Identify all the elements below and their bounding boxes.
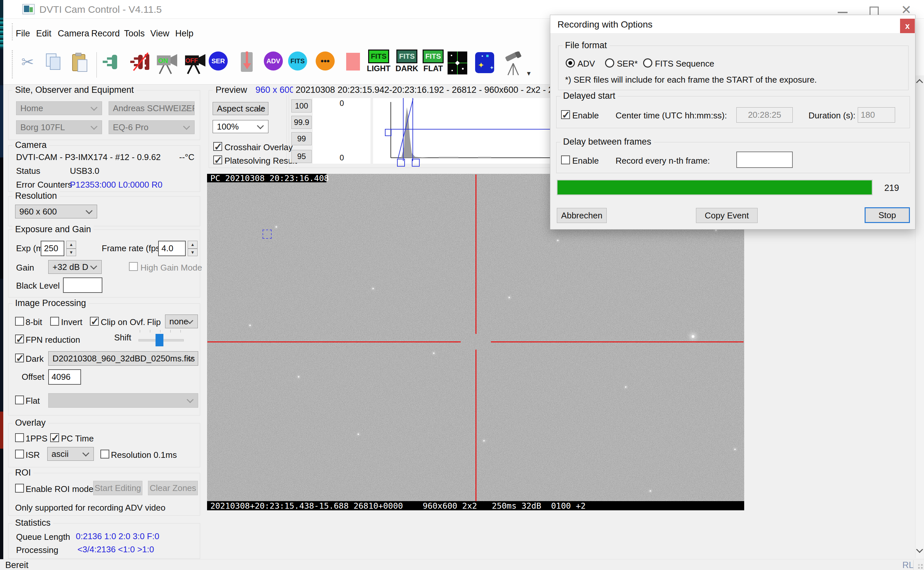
resolution-value: 960 x 600 bbox=[19, 207, 57, 217]
dialog-close-button[interactable]: x bbox=[900, 19, 915, 33]
toolbar-overflow-icon[interactable]: ▾ bbox=[527, 69, 531, 78]
menu-help[interactable]: Help bbox=[175, 29, 193, 39]
shift-slider[interactable] bbox=[138, 330, 183, 346]
platesolve-checkbox[interactable] bbox=[213, 155, 222, 164]
invert-checkbox[interactable] bbox=[50, 317, 59, 326]
exp-spinner[interactable]: ▲▼ bbox=[66, 241, 76, 256]
menu-camera[interactable]: Camera bbox=[58, 29, 89, 39]
maximize-button[interactable] bbox=[870, 6, 879, 16]
platesolve-icon[interactable] bbox=[447, 52, 468, 75]
duration-field[interactable]: 180 bbox=[858, 107, 895, 123]
isr-checkbox[interactable] bbox=[15, 450, 24, 458]
disconnect-icon[interactable] bbox=[129, 52, 152, 72]
dark-file-select[interactable]: D20210308_960_32dBD_0250ms.fits bbox=[48, 351, 198, 366]
fits-dark-icon[interactable]: FITS DARK bbox=[393, 49, 421, 73]
aspect-scale-select[interactable]: Aspect scale bbox=[213, 102, 269, 115]
delay-enable-checkbox[interactable] bbox=[561, 155, 570, 164]
shift-slider-thumb[interactable] bbox=[155, 334, 163, 346]
camera-off-icon[interactable]: OFF bbox=[183, 52, 208, 75]
stretch-999-button[interactable]: 99.9 bbox=[292, 116, 312, 129]
cut-icon[interactable]: ✂ bbox=[17, 52, 38, 72]
record-ser-icon[interactable]: SER bbox=[209, 52, 228, 70]
gain-select[interactable]: +32 dB D bbox=[48, 260, 102, 274]
mount-select[interactable]: EQ-6 Pro bbox=[109, 120, 195, 134]
center-time-field[interactable]: 20:28:25 bbox=[736, 107, 793, 123]
high-gain-label: High Gain Mode bbox=[140, 263, 202, 273]
nth-frame-field[interactable] bbox=[736, 152, 793, 168]
roi-enable-checkbox[interactable] bbox=[15, 484, 24, 493]
high-gain-checkbox[interactable] bbox=[129, 262, 138, 271]
dialog-title-bar[interactable]: Recording with Options bbox=[550, 15, 915, 33]
telescope-icon[interactable] bbox=[501, 52, 526, 77]
res01-checkbox[interactable] bbox=[100, 450, 109, 458]
stretch-99-button[interactable]: 99 bbox=[292, 132, 312, 145]
ser-radio[interactable] bbox=[605, 58, 614, 67]
adv-radio[interactable] bbox=[566, 58, 575, 67]
observer-select[interactable]: Andreas SCHWEIZER bbox=[109, 101, 195, 115]
camera-on-icon[interactable]: ON bbox=[155, 52, 180, 75]
1pps-label: 1PPS bbox=[26, 434, 48, 444]
start-editing-button[interactable]: Start Editing bbox=[93, 481, 143, 495]
copy-event-button[interactable]: Copy Event bbox=[696, 208, 758, 223]
fps-spinner[interactable]: ▲▼ bbox=[188, 241, 198, 256]
start-editing-label: Start Editing bbox=[95, 483, 141, 493]
8bit-checkbox[interactable] bbox=[15, 317, 24, 326]
flip-select[interactable]: none bbox=[165, 314, 198, 328]
starmap-icon[interactable]: ✦ ✦ bbox=[474, 52, 496, 74]
crosshair-checkbox[interactable] bbox=[213, 142, 222, 151]
scroll-down-icon[interactable] bbox=[916, 546, 923, 553]
paste-icon[interactable] bbox=[69, 52, 90, 72]
more-record-icon[interactable]: ••• bbox=[316, 52, 335, 70]
isr-mode-select[interactable]: ascii bbox=[47, 447, 94, 461]
firmware-chip-icon[interactable] bbox=[237, 52, 258, 74]
exp-input[interactable]: 250 bbox=[41, 241, 64, 256]
resize-grip[interactable] bbox=[916, 562, 923, 569]
fpn-checkbox[interactable] bbox=[15, 334, 24, 343]
flat-checkbox[interactable] bbox=[15, 395, 24, 405]
roi-group-title: ROI bbox=[12, 468, 34, 478]
black-level-input[interactable] bbox=[63, 277, 102, 293]
stop-button[interactable]: Stop bbox=[865, 207, 910, 223]
record-fits-icon[interactable]: FITS bbox=[288, 52, 307, 70]
vertical-scrollbar[interactable] bbox=[915, 75, 924, 558]
duration-value: 180 bbox=[861, 110, 875, 120]
pctime-checkbox[interactable] bbox=[50, 433, 59, 442]
menu-view[interactable]: View bbox=[150, 29, 169, 39]
abbrechen-label: Abbrechen bbox=[561, 211, 602, 221]
menu-file[interactable]: File bbox=[16, 29, 30, 39]
telescope-select[interactable]: Borg 107FL bbox=[16, 120, 102, 134]
progress-fill bbox=[557, 180, 872, 195]
stop-record-icon[interactable] bbox=[345, 52, 362, 72]
camera-temp: --°C bbox=[179, 152, 195, 162]
site-select[interactable]: Home bbox=[16, 101, 102, 115]
zoom-select[interactable]: 100% bbox=[213, 120, 269, 133]
1pps-checkbox[interactable] bbox=[15, 433, 24, 442]
scroll-up-icon[interactable] bbox=[916, 79, 923, 86]
abbrechen-button[interactable]: Abbrechen bbox=[557, 208, 607, 223]
fps-input[interactable]: 4.0 bbox=[158, 241, 186, 256]
delayed-enable-checkbox[interactable] bbox=[561, 110, 570, 119]
record-adv-icon[interactable]: ADV bbox=[264, 52, 283, 70]
stretch-100-label: 100 bbox=[295, 101, 308, 110]
dark-checkbox[interactable] bbox=[15, 354, 24, 362]
resolution-select[interactable]: 960 x 600 bbox=[15, 205, 97, 218]
offset-input[interactable]: 4096 bbox=[48, 369, 81, 385]
copy-icon[interactable] bbox=[42, 52, 63, 72]
clear-zones-button[interactable]: Clear Zones bbox=[148, 481, 198, 495]
stretch-100-button[interactable]: 100 bbox=[292, 100, 312, 112]
menu-tools[interactable]: Tools bbox=[124, 29, 145, 39]
fits-flat-icon[interactable]: FITS FLAT bbox=[419, 49, 448, 73]
connect-icon[interactable] bbox=[102, 52, 125, 72]
clip-checkbox[interactable] bbox=[90, 317, 99, 326]
menu-edit[interactable]: Edit bbox=[36, 29, 52, 39]
stretch-95-button[interactable]: 95 bbox=[292, 150, 312, 163]
minimize-button[interactable] bbox=[838, 12, 847, 13]
fits-sequence-radio[interactable] bbox=[643, 58, 652, 67]
menu-record[interactable]: Record bbox=[91, 29, 120, 39]
fits-dark-label: DARK bbox=[395, 64, 418, 73]
duration-label: Duration (s): bbox=[809, 110, 855, 121]
fits-flat-box: FITS bbox=[423, 49, 444, 63]
flat-file-select[interactable] bbox=[48, 393, 198, 408]
star bbox=[625, 386, 626, 388]
fits-light-icon[interactable]: FITS LIGHT bbox=[364, 49, 393, 73]
